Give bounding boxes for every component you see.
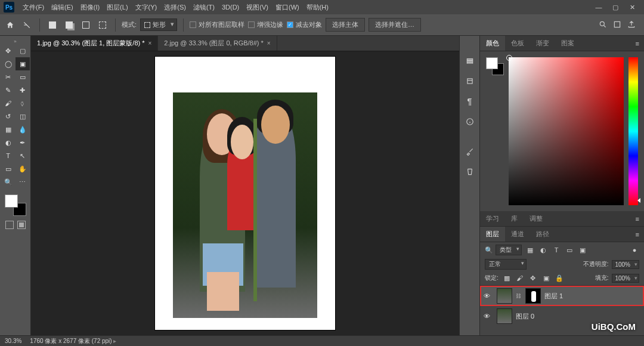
subtract-selection-icon[interactable] xyxy=(79,18,92,32)
color-swatches[interactable] xyxy=(5,194,26,216)
character-panel-icon[interactable]: ¶ xyxy=(464,95,476,107)
history-panel-icon[interactable] xyxy=(464,55,476,67)
maximize-button[interactable]: ▢ xyxy=(607,1,624,13)
enhance-edge-checkbox[interactable]: 增强边缘 xyxy=(248,20,283,29)
tab-gradients[interactable]: 渐变 xyxy=(530,36,555,51)
minimize-button[interactable]: — xyxy=(590,1,607,13)
tab-paths[interactable]: 路径 xyxy=(530,227,555,242)
tab-layers[interactable]: 图层 xyxy=(480,227,505,242)
menu-edit[interactable]: 编辑(E) xyxy=(48,3,77,12)
tab-swatches[interactable]: 色板 xyxy=(505,36,530,51)
info-panel-icon[interactable] xyxy=(464,116,476,128)
quick-mask-icon[interactable] xyxy=(5,221,14,229)
properties-panel-icon[interactable] xyxy=(464,75,476,87)
toolbox-expand-icon[interactable]: » xyxy=(2,38,29,44)
shape-dropdown[interactable]: 矩形 xyxy=(140,18,177,31)
zoom-tool-icon[interactable]: 🔍 xyxy=(1,175,16,189)
filter-toggle-icon[interactable]: ● xyxy=(630,245,639,255)
menu-help[interactable]: 帮助(H) xyxy=(303,3,332,12)
tab-adjustments[interactable]: 调整 xyxy=(524,211,549,226)
layer-mask-thumbnail[interactable] xyxy=(525,288,541,304)
color-picker-marker[interactable] xyxy=(506,55,512,61)
layer-thumbnail[interactable] xyxy=(497,308,512,324)
object-selection-tool-icon[interactable]: ▣ xyxy=(16,57,30,70)
document-tab-2[interactable]: 2.jpg @ 33.3% (图层 0, RGB/8#) *× xyxy=(158,36,277,51)
healing-brush-tool-icon[interactable]: ✚ xyxy=(16,84,30,97)
hue-marker[interactable] xyxy=(637,198,640,203)
hand-tool-icon[interactable]: ✋ xyxy=(16,162,30,175)
panel-menu-icon[interactable]: ≡ xyxy=(631,231,644,238)
brush-settings-panel-icon[interactable] xyxy=(464,166,476,178)
eraser-tool-icon[interactable]: ◫ xyxy=(16,110,30,123)
type-tool-icon[interactable]: T xyxy=(1,149,16,162)
path-selection-tool-icon[interactable]: ↖ xyxy=(16,149,30,162)
lasso-tool-icon[interactable]: ◯ xyxy=(1,57,16,70)
document-dimensions[interactable]: 1760 像素 x 2677 像素 (72 ppi) xyxy=(30,337,116,345)
blur-tool-icon[interactable]: 💧 xyxy=(16,123,30,136)
close-tab-icon[interactable]: × xyxy=(148,40,152,47)
tab-libraries[interactable]: 库 xyxy=(505,211,524,226)
tab-patterns[interactable]: 图案 xyxy=(555,36,580,51)
fill-input[interactable]: 100% xyxy=(612,274,639,283)
edit-toolbar-icon[interactable]: ⋯ xyxy=(16,175,30,189)
rectangle-tool-icon[interactable]: ▭ xyxy=(1,162,16,175)
tool-preset-icon[interactable] xyxy=(20,18,33,32)
select-and-mask-button[interactable]: 选择并遮住… xyxy=(369,18,421,32)
close-button[interactable]: ✕ xyxy=(624,1,640,13)
layer-thumbnail[interactable] xyxy=(497,288,512,304)
menu-file[interactable]: 文件(F) xyxy=(19,3,48,12)
gradient-tool-icon[interactable]: ▦ xyxy=(1,123,16,136)
frame-tool-icon[interactable]: ▭ xyxy=(16,70,30,84)
filter-pixel-icon[interactable]: ▦ xyxy=(525,245,535,255)
filter-type-icon[interactable]: T xyxy=(552,245,561,255)
screen-mode-icon[interactable] xyxy=(17,221,26,229)
menu-filter[interactable]: 滤镜(T) xyxy=(190,3,218,12)
move-tool-icon[interactable]: ✥ xyxy=(1,44,16,57)
filter-smart-icon[interactable]: ▣ xyxy=(578,245,587,255)
lock-artboard-icon[interactable]: ▣ xyxy=(541,273,551,283)
add-selection-icon[interactable] xyxy=(63,18,76,32)
lock-transparency-icon[interactable]: ▩ xyxy=(502,273,512,283)
menu-image[interactable]: 图像(I) xyxy=(77,3,103,12)
share-icon[interactable] xyxy=(627,20,636,30)
menu-type[interactable]: 文字(Y) xyxy=(132,3,161,12)
layer-name[interactable]: 图层 1 xyxy=(544,292,563,301)
color-field[interactable] xyxy=(509,57,624,205)
lock-all-icon[interactable]: 🔒 xyxy=(555,273,564,283)
brush-tool-icon[interactable]: 🖌 xyxy=(1,97,16,110)
canvas[interactable] xyxy=(155,57,335,330)
tab-learn[interactable]: 学习 xyxy=(480,211,505,226)
filter-type-dropdown[interactable]: 类型 xyxy=(496,245,522,255)
panel-menu-icon[interactable]: ≡ xyxy=(631,215,644,223)
dodge-tool-icon[interactable]: ◐ xyxy=(1,136,16,149)
workspace-switch-icon[interactable] xyxy=(613,20,621,30)
brushes-panel-icon[interactable] xyxy=(464,146,476,157)
zoom-level[interactable]: 30.3% xyxy=(5,338,21,344)
panel-menu-icon[interactable]: ≡ xyxy=(631,40,644,47)
canvas-viewport[interactable] xyxy=(31,51,459,335)
select-subject-button[interactable]: 选择主体 xyxy=(326,18,365,32)
menu-layer[interactable]: 图层(L) xyxy=(103,3,131,12)
lock-image-icon[interactable]: 🖌 xyxy=(515,273,525,283)
history-brush-tool-icon[interactable]: ↺ xyxy=(1,110,16,123)
tab-channels[interactable]: 通道 xyxy=(505,227,530,242)
crop-tool-icon[interactable]: ✂ xyxy=(1,70,16,84)
menu-view[interactable]: 视图(V) xyxy=(243,3,272,12)
marquee-tool-icon[interactable]: ▢ xyxy=(16,44,30,57)
lock-position-icon[interactable]: ✥ xyxy=(528,273,538,283)
intersect-selection-icon[interactable] xyxy=(96,18,109,32)
new-selection-icon[interactable] xyxy=(46,18,59,32)
layer-name[interactable]: 图层 0 xyxy=(516,312,534,321)
visibility-icon[interactable]: 👁 xyxy=(484,313,493,320)
opacity-input[interactable]: 100% xyxy=(612,260,639,269)
color-panel-swatches[interactable] xyxy=(486,57,504,205)
menu-3d[interactable]: 3D(D) xyxy=(218,4,243,11)
hue-slider[interactable] xyxy=(628,57,638,205)
clone-stamp-tool-icon[interactable]: ⎀ xyxy=(16,97,30,110)
layer-row[interactable]: 👁 ⛓ 图层 1 xyxy=(480,286,644,306)
pen-tool-icon[interactable]: ✒ xyxy=(16,136,30,149)
filter-shape-icon[interactable]: ▭ xyxy=(565,245,574,255)
tab-color[interactable]: 颜色 xyxy=(480,36,505,51)
menu-window[interactable]: 窗口(W) xyxy=(272,3,303,12)
menu-select[interactable]: 选择(S) xyxy=(160,3,190,12)
